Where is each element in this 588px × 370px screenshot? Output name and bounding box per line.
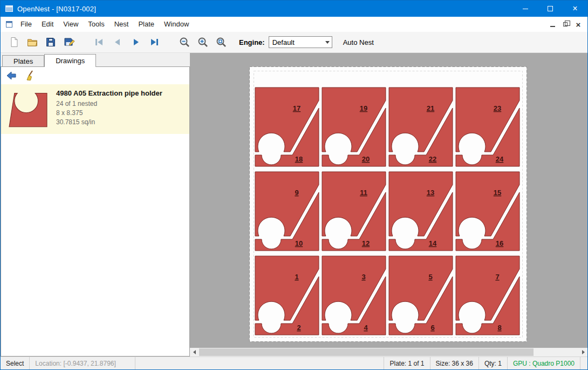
scroll-right-icon	[582, 350, 585, 354]
zoom-out-button[interactable]	[175, 33, 194, 51]
mdi-close-button[interactable]: ×	[572, 19, 584, 30]
part-number: 8	[497, 324, 501, 332]
tab-plates[interactable]: Plates	[2, 55, 44, 66]
panel-tabs: Plates Drawings	[1, 53, 190, 66]
part-number: 3	[361, 273, 365, 281]
tab-drawings[interactable]: Drawings	[44, 54, 96, 67]
mdi-restore-button[interactable]	[559, 19, 571, 30]
zoom-out-icon	[179, 36, 190, 48]
first-plate-button[interactable]	[90, 33, 108, 51]
nest-canvas[interactable]: 171819202122232491011121314151612345678	[190, 53, 587, 356]
menu-plate[interactable]: Plate	[133, 18, 159, 30]
mdi-close-icon: ×	[576, 21, 581, 29]
part-number: 16	[496, 239, 503, 247]
scroll-left-icon	[193, 350, 196, 354]
part-number: 17	[293, 104, 300, 112]
scroll-track[interactable]	[199, 348, 579, 356]
part-shape-icon	[8, 90, 49, 128]
close-icon: ×	[572, 4, 577, 13]
save-icon	[45, 36, 57, 48]
chevron-down-icon	[323, 41, 332, 44]
previous-arrow-icon	[112, 36, 124, 48]
part-number: 5	[428, 273, 432, 281]
minimize-icon	[523, 9, 528, 9]
drawing-list-empty-area	[1, 134, 189, 356]
part-number: 1	[295, 273, 298, 281]
next-plate-button[interactable]	[127, 33, 145, 51]
horizontal-scrollbar[interactable]	[190, 348, 587, 356]
mdi-minimize-button[interactable]	[546, 19, 558, 30]
broom-icon	[25, 70, 37, 82]
open-folder-icon	[26, 36, 38, 48]
status-qty: Qty: 1	[478, 357, 507, 369]
part-number: 6	[430, 324, 434, 332]
minimize-button[interactable]	[513, 1, 538, 17]
engine-label: Engine:	[239, 38, 265, 46]
part-number: 11	[360, 189, 367, 197]
part-number: 24	[496, 155, 504, 163]
status-bar: Select Location: [-0.9437, 21.8796] Plat…	[1, 356, 587, 369]
zoom-fit-icon	[215, 36, 227, 48]
zoom-in-button[interactable]	[194, 33, 212, 51]
maximize-button[interactable]	[538, 1, 563, 17]
menu-view[interactable]: View	[58, 18, 83, 30]
last-plate-button[interactable]	[145, 33, 163, 51]
resize-grip[interactable]	[580, 357, 587, 369]
drawing-list-item[interactable]: 4980 A05 Extraction pipe holder 24 of 1 …	[1, 84, 189, 134]
drawing-nested-count: 24 of 1 nested	[56, 99, 162, 109]
blue-back-arrow-icon	[5, 70, 17, 82]
auto-nest-button[interactable]: Auto Nest	[343, 38, 374, 46]
part-number: 15	[494, 189, 501, 197]
part-thumbnail	[5, 88, 51, 131]
scroll-left-button[interactable]	[190, 348, 199, 356]
drawing-area: 30.7815 sq/in	[56, 118, 162, 127]
zoom-fit-button[interactable]	[212, 33, 230, 51]
drawings-panel: 4980 A05 Extraction pipe holder 24 of 1 …	[1, 66, 190, 356]
mdi-minimize-icon	[550, 26, 555, 27]
maximize-icon	[548, 6, 553, 11]
plate[interactable]: 171819202122232491011121314151612345678	[249, 66, 527, 344]
part-number: 20	[362, 155, 370, 163]
menu-file[interactable]: File	[16, 18, 37, 30]
part-number: 14	[429, 239, 437, 247]
return-part-button[interactable]	[4, 69, 18, 83]
part-number: 22	[429, 155, 436, 163]
scroll-thumb[interactable]	[199, 348, 534, 356]
status-gpu: GPU : Quadro P1000	[507, 357, 580, 369]
drawing-title: 4980 A05 Extraction pipe holder	[56, 89, 162, 98]
status-mode: Select	[1, 357, 30, 369]
part-number: 19	[360, 104, 367, 112]
window-title: OpenNest - [N0317-002]	[17, 5, 96, 13]
drawings-toolbar	[1, 67, 189, 84]
previous-plate-button[interactable]	[108, 33, 127, 51]
part-number: 12	[362, 239, 370, 247]
save-edit-icon	[63, 36, 75, 48]
close-button[interactable]: ×	[563, 1, 587, 17]
nest-plate-svg: 171819202122232491011121314151612345678	[249, 66, 527, 342]
engine-select[interactable]: Default	[269, 36, 332, 48]
part-number: 23	[494, 104, 501, 112]
part-number: 7	[495, 273, 499, 281]
status-spacer	[135, 357, 384, 369]
menu-tools[interactable]: Tools	[83, 18, 109, 30]
title-bar: OpenNest - [N0317-002] ×	[1, 1, 587, 17]
clear-button[interactable]	[24, 69, 38, 83]
mdi-restore-icon	[563, 22, 568, 26]
document-icon	[5, 20, 13, 29]
save-as-button[interactable]	[60, 33, 78, 51]
scroll-right-button[interactable]	[579, 348, 587, 356]
part-number: 4	[364, 324, 368, 332]
left-panel: Plates Drawings	[1, 53, 190, 356]
save-button[interactable]	[42, 33, 60, 51]
menu-edit[interactable]: Edit	[37, 18, 58, 30]
app-window: OpenNest - [N0317-002] × File Edit View …	[0, 0, 588, 370]
open-button[interactable]	[23, 33, 42, 51]
menu-nest[interactable]: Nest	[110, 18, 134, 30]
menu-bar: File Edit View Tools Nest Plate Window ×	[1, 17, 587, 32]
part-number: 13	[427, 189, 434, 197]
next-arrow-icon	[130, 36, 142, 48]
menu-window[interactable]: Window	[159, 18, 194, 30]
part-number: 18	[295, 155, 303, 163]
zoom-in-icon	[197, 36, 209, 48]
new-button[interactable]	[5, 33, 23, 51]
